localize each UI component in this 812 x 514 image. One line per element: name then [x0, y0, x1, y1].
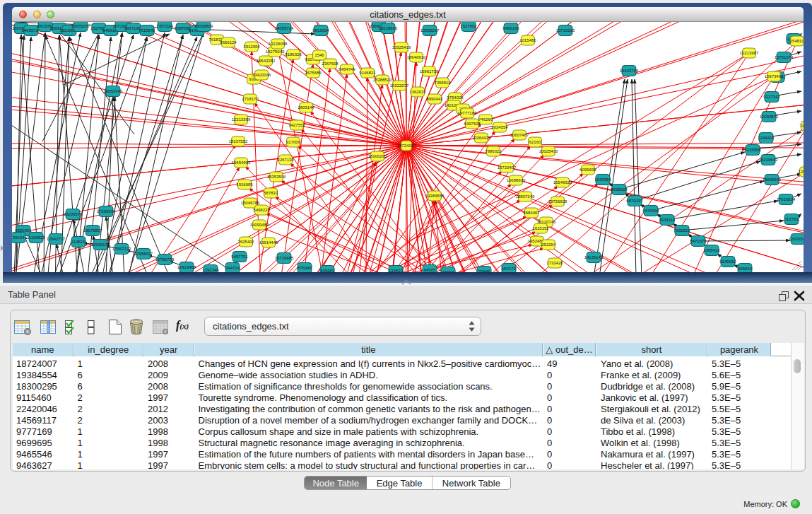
svg-text:587833: 587833 [264, 191, 278, 195]
svg-text:109463: 109463 [320, 269, 335, 272]
svg-text:15046786: 15046786 [241, 201, 260, 205]
svg-text:8660124: 8660124 [220, 40, 237, 45]
svg-text:14136141: 14136141 [584, 255, 604, 259]
svg-text:20646: 20646 [478, 269, 490, 272]
svg-text:3024554: 3024554 [491, 125, 508, 129]
svg-text:154172: 154172 [502, 267, 517, 271]
svg-text:3684067: 3684067 [523, 211, 540, 215]
svg-text:6879197: 6879197 [626, 199, 643, 203]
svg-text:8186328: 8186328 [285, 52, 302, 57]
svg-text:16033809: 16033809 [194, 24, 213, 28]
svg-text:746266: 746266 [478, 117, 493, 122]
svg-text:39154: 39154 [13, 235, 25, 240]
svg-text:16443794: 16443794 [620, 69, 639, 73]
svg-text:18300295: 18300295 [368, 154, 387, 158]
svg-text:3912954: 3912954 [243, 45, 260, 49]
svg-text:6466160: 6466160 [502, 26, 519, 30]
svg-text:8454749: 8454749 [339, 67, 355, 71]
svg-text:14099489: 14099489 [250, 223, 269, 227]
svg-text:12905135: 12905135 [91, 243, 110, 247]
svg-text:116753: 116753 [784, 217, 799, 221]
svg-text:10958117: 10958117 [134, 252, 153, 256]
svg-text:10607487: 10607487 [510, 133, 529, 137]
svg-text:8471676: 8471676 [690, 239, 707, 243]
svg-text:10719155: 10719155 [556, 28, 575, 33]
svg-text:17957223: 17957223 [112, 247, 131, 251]
svg-text:925034: 925034 [738, 267, 753, 271]
svg-text:12093872: 12093872 [760, 115, 779, 119]
svg-text:2367608: 2367608 [322, 62, 339, 66]
svg-text:7485005: 7485005 [799, 124, 804, 128]
svg-text:8813054: 8813054 [312, 28, 329, 33]
svg-text:10688609: 10688609 [507, 178, 526, 182]
svg-text:13325419: 13325419 [392, 45, 411, 49]
svg-text:7357224: 7357224 [156, 24, 173, 28]
svg-text:317006: 317006 [286, 140, 301, 144]
svg-text:18107552: 18107552 [229, 139, 248, 144]
svg-text:1733426: 1733426 [546, 261, 563, 265]
svg-text:944714: 944714 [225, 266, 240, 270]
svg-text:134523: 134523 [389, 269, 404, 272]
svg-text:9427552: 9427552 [288, 123, 305, 127]
svg-text:5498222: 5498222 [253, 208, 270, 212]
svg-text:1292346: 1292346 [202, 268, 219, 272]
svg-text:1362615: 1362615 [409, 90, 426, 94]
svg-text:17359934: 17359934 [97, 209, 116, 214]
svg-text:16914449: 16914449 [259, 240, 278, 245]
svg-text:19777169: 19777169 [458, 111, 477, 115]
svg-text:10025433: 10025433 [539, 149, 558, 153]
svg-text:3675685: 3675685 [305, 71, 322, 75]
svg-text:12213987: 12213987 [740, 51, 759, 55]
svg-text:16322037: 16322037 [390, 83, 409, 88]
svg-text:20364436: 20364436 [472, 136, 491, 140]
svg-text:3215958: 3215958 [744, 148, 761, 152]
svg-text:1615152: 1615152 [532, 226, 549, 230]
svg-text:19975857: 19975857 [83, 228, 102, 233]
svg-text:1916685: 1916685 [236, 182, 253, 187]
svg-text:7632821: 7632821 [673, 228, 690, 233]
svg-text:11156829: 11156829 [27, 235, 45, 240]
svg-text:20206576: 20206576 [64, 212, 83, 216]
svg-text:114519: 114519 [71, 240, 86, 244]
svg-text:24055724: 24055724 [275, 26, 294, 30]
svg-text:12213369: 12213369 [232, 117, 251, 122]
svg-text:10655267: 10655267 [71, 24, 90, 28]
svg-text:13226058: 13226058 [269, 42, 288, 46]
svg-text:16094: 16094 [442, 270, 454, 272]
svg-text:9457791: 9457791 [231, 255, 248, 259]
svg-text:19384554: 19384554 [425, 194, 445, 198]
svg-text:2803144: 2803144 [298, 105, 314, 110]
svg-text:1065412: 1065412 [703, 248, 720, 252]
svg-text:15388520: 15388520 [373, 78, 392, 82]
svg-text:10655267: 10655267 [420, 28, 440, 33]
svg-text:7625402: 7625402 [237, 240, 254, 244]
svg-text:6099695: 6099695 [579, 168, 596, 172]
svg-text:1640954: 1640954 [594, 177, 611, 182]
svg-text:1527602: 1527602 [460, 24, 477, 28]
svg-text:20053346: 20053346 [104, 89, 123, 93]
svg-text:3267130: 3267130 [277, 158, 294, 162]
svg-text:7515546: 7515546 [139, 28, 155, 33]
svg-text:9474444: 9474444 [642, 209, 659, 213]
svg-text:10973493: 10973493 [765, 74, 784, 78]
svg-text:16961758: 16961758 [420, 69, 439, 74]
svg-text:15720407: 15720407 [498, 165, 517, 170]
svg-text:19218506: 19218506 [379, 26, 398, 30]
svg-text:1546: 1546 [314, 53, 324, 57]
svg-text:19654983: 19654983 [232, 160, 251, 165]
svg-text:16210643: 16210643 [759, 158, 778, 162]
svg-text:12003504: 12003504 [789, 237, 804, 241]
svg-text:6497508: 6497508 [464, 122, 481, 126]
svg-text:8938928: 8938928 [611, 187, 628, 192]
svg-text:16543382: 16543382 [257, 59, 276, 63]
svg-text:12942737: 12942737 [47, 237, 66, 241]
svg-text:23420046: 23420046 [252, 73, 271, 77]
svg-text:2718170: 2718170 [242, 97, 259, 101]
svg-text:1297361: 1297361 [798, 170, 804, 174]
svg-text:7355812: 7355812 [434, 81, 451, 85]
svg-text:94505: 94505 [424, 268, 436, 272]
svg-text:18724007: 18724007 [397, 144, 416, 148]
svg-text:15353594: 15353594 [267, 175, 286, 179]
svg-text:15692901: 15692901 [763, 177, 782, 182]
svg-text:1244415: 1244415 [758, 136, 775, 140]
